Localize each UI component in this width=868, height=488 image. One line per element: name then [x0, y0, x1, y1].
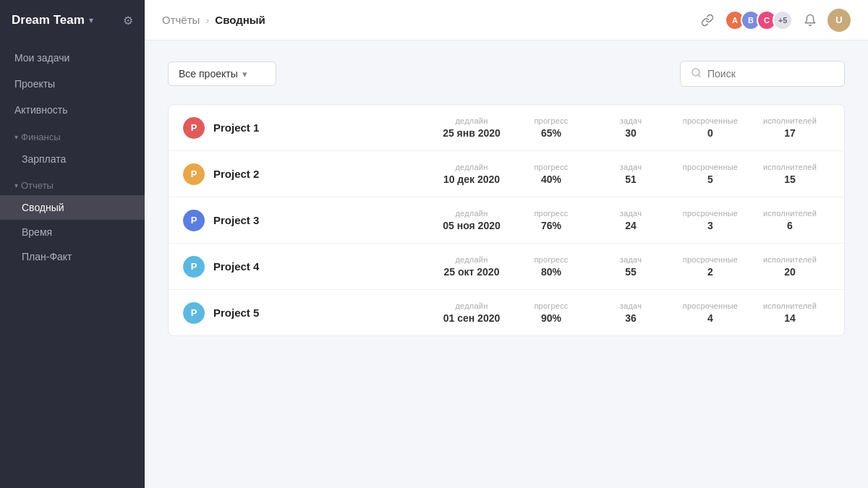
- finances-label: Финансы: [21, 132, 61, 142]
- projects-table: P Project 1 дедлайн 25 янв 2020 прогресс…: [168, 104, 845, 336]
- search-input[interactable]: [707, 68, 834, 80]
- brand-chevron-icon: ▾: [89, 15, 93, 25]
- filter-chevron-icon: ▾: [242, 69, 247, 80]
- project-tasks-4: задач 55: [591, 255, 671, 278]
- project-deadline-1: дедлайн 25 янв 2020: [432, 116, 511, 139]
- project-tasks-2: задач 51: [591, 163, 671, 185]
- project-deadline-2: дедлайн 10 дек 2020: [432, 163, 511, 185]
- projects-filter-label: Все проекты: [179, 68, 238, 80]
- project-assignees-1: исполнителей 17: [750, 116, 830, 139]
- sidebar-item-salary[interactable]: Зарплата: [0, 147, 145, 171]
- project-overdue-5: просроченные 4: [671, 301, 750, 324]
- project-deadline-4: дедлайн 25 окт 2020: [432, 255, 511, 278]
- main-area: Отчёты › Сводный A B C +5: [145, 0, 868, 488]
- table-row[interactable]: P Project 5 дедлайн 01 сен 2020 прогресс…: [169, 290, 844, 335]
- project-icon-2: P: [183, 163, 205, 185]
- gear-icon[interactable]: ⚙: [123, 14, 133, 27]
- table-row[interactable]: P Project 2 дедлайн 10 дек 2020 прогресс…: [169, 151, 844, 197]
- project-progress-5: прогресс 90%: [511, 301, 591, 324]
- finances-chevron-icon: ▾: [14, 133, 18, 141]
- project-name-2: Project 2: [213, 168, 432, 180]
- project-name-5: Project 5: [213, 307, 432, 319]
- sidebar-item-time[interactable]: Время: [0, 220, 145, 244]
- project-name-1: Project 1: [213, 121, 432, 134]
- breadcrumb-parent: Отчёты: [162, 14, 200, 26]
- project-overdue-3: просроченные 3: [671, 209, 750, 231]
- project-tasks-3: задач 24: [591, 209, 671, 231]
- project-overdue-1: просроченные 0: [671, 116, 750, 139]
- user-avatar[interactable]: U: [827, 9, 851, 32]
- breadcrumb: Отчёты › Сводный: [162, 14, 265, 26]
- bell-icon[interactable]: [800, 10, 820, 30]
- sidebar-item-summary[interactable]: Сводный: [0, 195, 145, 220]
- sidebar-header: Dream Team ▾ ⚙: [0, 0, 145, 39]
- project-overdue-2: просроченные 5: [671, 163, 750, 185]
- search-icon: [691, 67, 702, 80]
- project-assignees-4: исполнителей 20: [750, 255, 830, 278]
- project-icon-3: P: [183, 210, 205, 231]
- topbar: Отчёты › Сводный A B C +5: [145, 0, 868, 40]
- link-icon[interactable]: [697, 10, 718, 30]
- project-assignees-5: исполнителей 14: [750, 301, 830, 324]
- topbar-right: A B C +5 U: [697, 9, 851, 32]
- sidebar-item-projects[interactable]: Проекты: [0, 71, 145, 97]
- project-progress-2: прогресс 40%: [511, 163, 591, 185]
- project-progress-3: прогресс 76%: [511, 209, 591, 231]
- content-area: Все проекты ▾ P Project 1 дедлайн: [145, 40, 868, 488]
- breadcrumb-current: Сводный: [215, 14, 265, 26]
- table-row[interactable]: P Project 3 дедлайн 05 ноя 2020 прогресс…: [169, 197, 844, 244]
- reports-chevron-icon: ▾: [14, 181, 18, 189]
- project-deadline-3: дедлайн 05 ноя 2020: [432, 209, 511, 231]
- sidebar: Dream Team ▾ ⚙ Мои задачи Проекты Активн…: [0, 0, 145, 488]
- project-name-4: Project 4: [213, 260, 432, 273]
- sidebar-item-my-tasks[interactable]: Мои задачи: [0, 45, 145, 71]
- avatar-plus[interactable]: +5: [773, 10, 793, 30]
- project-deadline-5: дедлайн 01 сен 2020: [432, 301, 511, 324]
- reports-label: Отчеты: [21, 180, 54, 191]
- breadcrumb-separator: ›: [205, 14, 209, 26]
- project-icon-4: P: [183, 256, 205, 278]
- filter-bar: Все проекты ▾: [168, 61, 845, 87]
- sidebar-brand[interactable]: Dream Team ▾: [12, 13, 93, 27]
- project-name-3: Project 3: [213, 214, 432, 226]
- search-box: [680, 61, 845, 87]
- project-icon-1: P: [183, 117, 205, 139]
- avatar-group[interactable]: A B C +5: [725, 10, 793, 30]
- project-overdue-4: просроченные 2: [671, 255, 750, 278]
- project-progress-4: прогресс 80%: [511, 255, 591, 278]
- sidebar-section-reports[interactable]: ▾ Отчеты: [0, 171, 145, 195]
- project-assignees-3: исполнителей 6: [750, 209, 830, 231]
- table-row[interactable]: P Project 4 дедлайн 25 окт 2020 прогресс…: [169, 244, 844, 290]
- sidebar-section-finances[interactable]: ▾ Финансы: [0, 123, 145, 147]
- table-row[interactable]: P Project 1 дедлайн 25 янв 2020 прогресс…: [169, 105, 844, 151]
- svg-line-1: [698, 74, 700, 77]
- project-tasks-5: задач 36: [591, 301, 671, 324]
- brand-name: Dream Team: [12, 13, 85, 27]
- sidebar-nav: Мои задачи Проекты Активность ▾ Финансы …: [0, 39, 145, 488]
- project-assignees-2: исполнителей 15: [750, 163, 830, 185]
- sidebar-item-activity[interactable]: Активность: [0, 97, 145, 123]
- projects-filter-select[interactable]: Все проекты ▾: [168, 61, 276, 86]
- project-icon-5: P: [183, 302, 205, 324]
- project-tasks-1: задач 30: [591, 116, 671, 139]
- sidebar-item-plan-fact[interactable]: План-Факт: [0, 244, 145, 269]
- project-progress-1: прогресс 65%: [511, 116, 591, 139]
